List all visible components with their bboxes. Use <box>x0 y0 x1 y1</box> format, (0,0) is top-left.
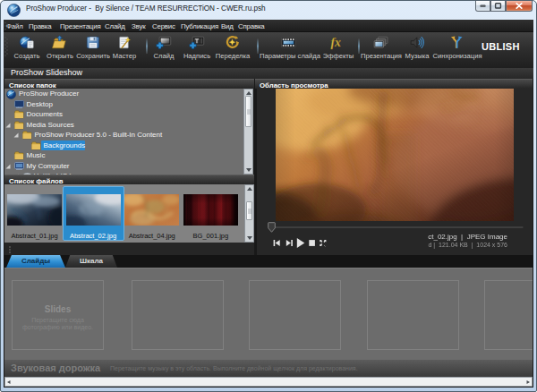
svg-text:fx: fx <box>331 36 342 49</box>
